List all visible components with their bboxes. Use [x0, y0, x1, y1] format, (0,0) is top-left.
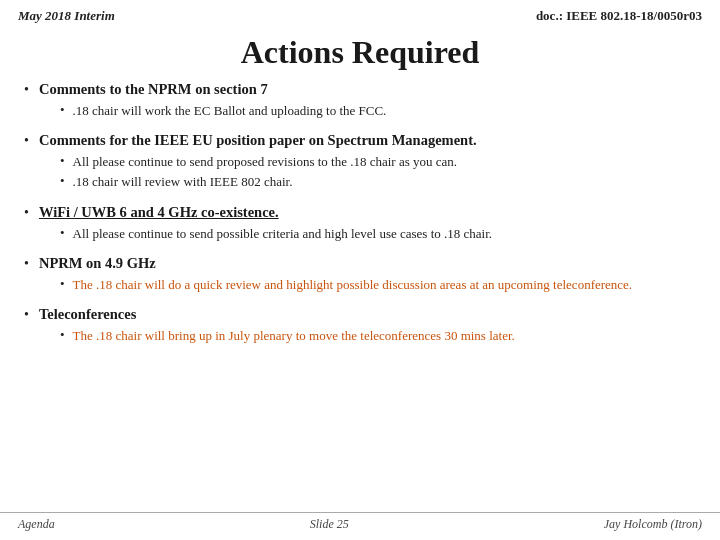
- sub-bullet-1-0: •All please continue to send proposed re…: [60, 153, 696, 171]
- section-heading-0: Comments to the NPRM on section 7: [39, 81, 268, 98]
- bullet-dot-3: •: [24, 256, 29, 272]
- sub-text-1-0: All please continue to send proposed rev…: [73, 153, 458, 171]
- header-right: doc.: IEEE 802.18-18/0050r03: [536, 8, 702, 24]
- section-1: •Comments for the IEEE EU position paper…: [24, 132, 696, 191]
- section-heading-1: Comments for the IEEE EU position paper …: [39, 132, 477, 149]
- section-0: •Comments to the NPRM on section 7•.18 c…: [24, 81, 696, 120]
- sub-bullet-2-0: •All please continue to send possible cr…: [60, 225, 696, 243]
- sub-text-2-0: All please continue to send possible cri…: [73, 225, 493, 243]
- sub-text-4-0: The .18 chair will bring up in July plen…: [73, 327, 515, 345]
- sub-dot-0-0: •: [60, 102, 65, 118]
- sub-text-3-0: The .18 chair will do a quick review and…: [73, 276, 633, 294]
- section-4: •Teleconferences•The .18 chair will brin…: [24, 306, 696, 345]
- sub-bullet-1-1: •.18 chair will review with IEEE 802 cha…: [60, 173, 696, 191]
- sub-bullet-3-0: •The .18 chair will do a quick review an…: [60, 276, 696, 294]
- bullet-dot-2: •: [24, 205, 29, 221]
- footer-right: Jay Holcomb (Itron): [604, 517, 702, 532]
- footer-left: Agenda: [18, 517, 55, 532]
- sub-dot-3-0: •: [60, 276, 65, 292]
- section-3: •NPRM on 4.9 GHz•The .18 chair will do a…: [24, 255, 696, 294]
- sub-dot-4-0: •: [60, 327, 65, 343]
- bullet-dot-4: •: [24, 307, 29, 323]
- page-title: Actions Required: [0, 34, 720, 71]
- sub-dot-2-0: •: [60, 225, 65, 241]
- section-heading-2: WiFi / UWB 6 and 4 GHz co-existence.: [39, 204, 279, 221]
- section-heading-4: Teleconferences: [39, 306, 136, 323]
- sub-dot-1-0: •: [60, 153, 65, 169]
- bullet-dot-1: •: [24, 133, 29, 149]
- sub-text-0-0: .18 chair will work the EC Ballot and up…: [73, 102, 387, 120]
- section-heading-3: NPRM on 4.9 GHz: [39, 255, 156, 272]
- header-left: May 2018 Interim: [18, 8, 115, 24]
- sub-text-1-1: .18 chair will review with IEEE 802 chai…: [73, 173, 293, 191]
- sub-bullet-4-0: •The .18 chair will bring up in July ple…: [60, 327, 696, 345]
- main-content: •Comments to the NPRM on section 7•.18 c…: [0, 81, 720, 345]
- sub-dot-1-1: •: [60, 173, 65, 189]
- bullet-dot-0: •: [24, 82, 29, 98]
- footer-center: Slide 25: [310, 517, 349, 532]
- section-2: •WiFi / UWB 6 and 4 GHz co-existence.•Al…: [24, 204, 696, 243]
- sub-bullet-0-0: •.18 chair will work the EC Ballot and u…: [60, 102, 696, 120]
